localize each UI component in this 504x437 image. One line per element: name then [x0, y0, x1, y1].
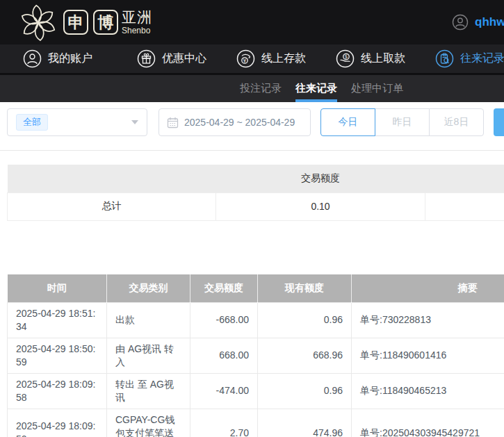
- col-header-type: 交易类别: [107, 274, 190, 302]
- top-header: 申 博 亚洲 Shenbo qhhw: [0, 0, 504, 44]
- date-range-value: 2025-04-29 ~ 2025-04-29: [184, 117, 295, 128]
- tab-processing-orders[interactable]: 处理中订单: [351, 75, 403, 102]
- cell-type: CGPAY-CG钱包支付笔笔送优惠: [107, 409, 190, 437]
- summary-total-row: 总计 0.10: [8, 192, 504, 220]
- nav-item-promotions[interactable]: 优惠中心: [137, 49, 236, 68]
- records-header-row: 时间 交易类别 交易额度 现有额度 摘要: [8, 274, 504, 302]
- section-divider: [0, 150, 504, 151]
- tab-betting-records[interactable]: 投注记录: [240, 75, 282, 102]
- col-header-note: 摘要: [352, 274, 504, 302]
- nav-label: 线上存款: [261, 51, 306, 66]
- cell-type: 由 AG视讯 转入: [107, 338, 190, 373]
- record-tabs: 投注记录 往来记录 处理中订单: [0, 75, 504, 102]
- records-icon: [435, 49, 454, 68]
- cell-balance: 0.96: [258, 373, 352, 409]
- summary-header-row: 交易额度: [8, 165, 504, 192]
- tab-transaction-records[interactable]: 往来记录: [295, 75, 337, 102]
- cell-balance: 0.96: [258, 302, 352, 338]
- svg-text:¥: ¥: [243, 58, 247, 64]
- table-row: 2025-04-29 18:50:59由 AG视讯 转入668.00668.96…: [8, 338, 504, 373]
- user-account[interactable]: qhhw: [452, 0, 504, 44]
- table-row: 2025-04-29 18:09:58转出 至 AG视讯-474.000.96单…: [8, 373, 504, 409]
- summary-header-amount: 交易额度: [216, 165, 425, 192]
- nav-label: 优惠中心: [162, 51, 206, 66]
- cell-time: 2025-04-29 18:09:58: [8, 373, 107, 409]
- type-select[interactable]: 全部: [7, 108, 147, 136]
- summary-total-label: 总计: [8, 192, 216, 220]
- page: 申 博 亚洲 Shenbo qhhw 我的账户: [0, 0, 504, 437]
- main-navigation: 我的账户 优惠中心 ¥ 线上存款: [0, 44, 504, 75]
- brand-char-bo: 博: [93, 10, 118, 35]
- col-header-time: 时间: [8, 274, 107, 302]
- user-avatar-icon: [452, 14, 469, 31]
- cell-balance: 668.96: [258, 338, 352, 373]
- records-body: 2025-04-29 18:51:34出款-668.000.96单号:73022…: [8, 302, 504, 437]
- cell-note: 单号:730228813: [352, 302, 504, 338]
- brand-region: 亚洲: [122, 10, 152, 24]
- chevron-down-icon: [131, 120, 138, 124]
- cell-amount: -668.00: [190, 302, 258, 338]
- brand-region-block: 亚洲 Shenbo: [122, 10, 152, 35]
- date-range-picker[interactable]: 2025-04-29 ~ 2025-04-29: [158, 108, 311, 136]
- summary-header-spacer: [8, 165, 216, 192]
- nav-label: 线上取款: [361, 51, 405, 66]
- nav-item-online-withdraw[interactable]: $ 线上取款: [336, 49, 435, 68]
- records-table: 时间 交易类别 交易额度 现有额度 摘要 2025-04-29 18:51:34…: [7, 274, 504, 437]
- svg-text:$: $: [345, 53, 348, 60]
- withdraw-icon: $: [336, 49, 355, 68]
- cell-note: 单号:202504303945429721: [352, 409, 504, 437]
- username[interactable]: qhhw: [475, 15, 504, 29]
- summary-total-value: 0.10: [216, 192, 425, 220]
- gift-icon: [137, 49, 156, 68]
- user-icon: [23, 49, 42, 68]
- cell-balance: 474.96: [258, 409, 352, 437]
- type-selected-tag[interactable]: 全部: [16, 114, 48, 131]
- cell-time: 2025-04-29 18:09:50: [8, 409, 107, 437]
- brand-char-shen: 申: [63, 10, 88, 35]
- yesterday-button[interactable]: 昨日: [375, 108, 430, 136]
- nav-item-transaction-records[interactable]: 往来记录: [435, 49, 504, 68]
- nav-item-my-account[interactable]: 我的账户: [23, 49, 137, 68]
- cell-type: 出款: [107, 302, 190, 338]
- brand-english: Shenbo: [122, 26, 152, 35]
- calendar-icon: [167, 117, 179, 129]
- table-row: 2025-04-29 18:09:50CGPAY-CG钱包支付笔笔送优惠2.70…: [8, 409, 504, 437]
- quick-date-buttons: 今日 昨日 近8日: [320, 108, 484, 136]
- cell-type: 转出 至 AG视讯: [107, 373, 190, 409]
- col-header-amount: 交易额度: [190, 274, 258, 302]
- cell-note: 单号:118490465213: [352, 373, 504, 409]
- lotus-flower-icon: [18, 2, 58, 42]
- deposit-icon: ¥: [236, 49, 255, 68]
- cell-time: 2025-04-29 18:50:59: [8, 338, 107, 373]
- brand-logo[interactable]: 申 博 亚洲 Shenbo: [18, 2, 152, 42]
- summary-table: 交易额度 总计 0.10: [7, 165, 504, 221]
- nav-label: 往来记录: [460, 51, 504, 66]
- nav-label: 我的账户: [48, 51, 92, 66]
- summary-header-spacer: [425, 165, 504, 192]
- cell-amount: 668.00: [190, 338, 258, 373]
- table-row: 2025-04-29 18:51:34出款-668.000.96单号:73022…: [8, 302, 504, 338]
- last-8-days-button[interactable]: 近8日: [429, 108, 484, 136]
- search-button[interactable]: [494, 108, 504, 136]
- cell-amount: 2.70: [190, 409, 258, 437]
- today-button[interactable]: 今日: [320, 108, 375, 136]
- nav-item-online-deposit[interactable]: ¥ 线上存款: [236, 49, 336, 68]
- cell-time: 2025-04-29 18:51:34: [8, 302, 107, 338]
- summary-total-extra: [425, 192, 504, 220]
- col-header-balance: 现有额度: [258, 274, 352, 302]
- cell-note: 单号:118490601416: [352, 338, 504, 373]
- cell-amount: -474.00: [190, 373, 258, 409]
